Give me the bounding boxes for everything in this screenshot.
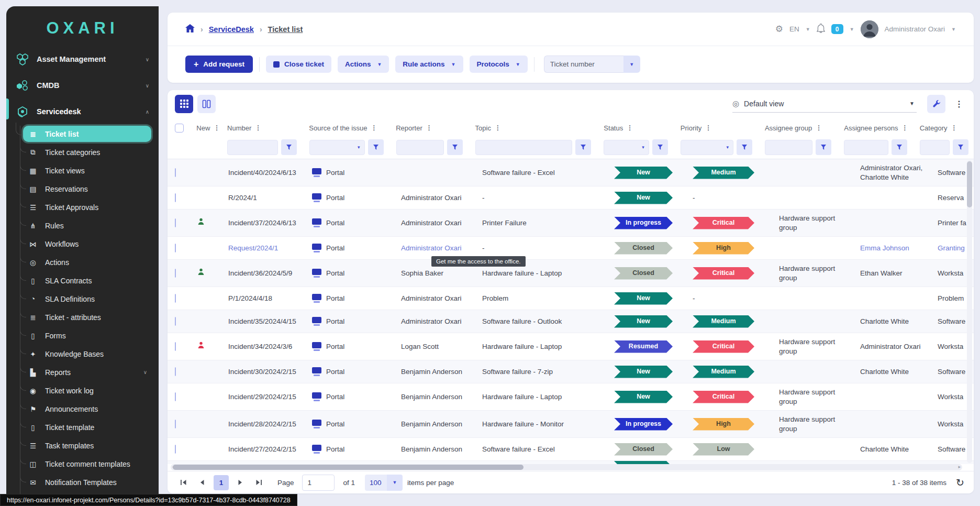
- filter-input[interactable]: [765, 140, 812, 155]
- previous-page-button[interactable]: [195, 476, 209, 489]
- filter-funnel-button[interactable]: [368, 139, 384, 155]
- filter-select[interactable]: [309, 140, 365, 155]
- column-header-label[interactable]: Assignee group: [765, 124, 812, 132]
- add-request-button[interactable]: + Add request: [185, 56, 253, 73]
- column-menu-kebab[interactable]: ⋮: [902, 124, 908, 131]
- row-checkbox[interactable]: [175, 445, 176, 454]
- sidebar-item-ticket-approvals[interactable]: ☰Ticket Approvals: [27, 198, 159, 216]
- ticket-reporter-cell[interactable]: Administrator Oxari: [394, 244, 475, 253]
- filter-select[interactable]: [681, 140, 733, 155]
- filter-funnel-button[interactable]: [575, 139, 591, 155]
- row-checkbox[interactable]: [175, 294, 176, 303]
- ticket-number-dropdown-button[interactable]: ▼: [623, 56, 640, 73]
- filter-select[interactable]: [604, 140, 649, 155]
- chevron-down-icon[interactable]: ▼: [951, 27, 956, 32]
- items-per-page-value[interactable]: 100: [365, 475, 387, 491]
- column-header-label[interactable]: Assignee persons: [844, 124, 898, 132]
- notification-count-badge[interactable]: 0: [831, 24, 843, 34]
- column-menu-kebab[interactable]: ⋮: [371, 124, 377, 131]
- ticket-number-cell[interactable]: Incident/40/2024/6/13: [221, 168, 305, 178]
- table-row[interactable]: Incident/27/2024/2/15PortalBenjamin Ande…: [168, 438, 974, 461]
- row-checkbox[interactable]: [175, 420, 176, 428]
- sidebar-item-actions[interactable]: ◎Actions: [27, 253, 159, 271]
- sidebar-section-servicedesk[interactable]: Servicedesk∧: [6, 98, 159, 125]
- column-header-label[interactable]: Status: [604, 124, 623, 132]
- sidebar-item-sla-contracts[interactable]: ▯SLA Contracts: [27, 271, 159, 290]
- language-selector[interactable]: EN: [789, 25, 799, 33]
- table-row[interactable]: Incident/28/2024/2/15PortalBenjamin Ande…: [168, 411, 974, 438]
- table-row[interactable]: Request/2024/1PortalAdministrator Oxari-…: [168, 237, 974, 260]
- filter-input[interactable]: [227, 140, 277, 155]
- table-row[interactable]: Incident/37/2024/6/13PortalAdministrator…: [168, 210, 974, 237]
- actions-dropdown-button[interactable]: Actions ▼: [338, 56, 389, 73]
- column-menu-kebab[interactable]: ⋮: [816, 124, 822, 131]
- current-page-button[interactable]: 1: [214, 475, 229, 490]
- bell-icon[interactable]: [817, 24, 825, 35]
- ticket-number-cell[interactable]: Incident/34/2024/3/6: [221, 342, 305, 351]
- filter-input[interactable]: [475, 140, 573, 155]
- column-menu-kebab[interactable]: ⋮: [255, 124, 261, 131]
- rule-actions-dropdown-button[interactable]: Rule actions ▼: [395, 56, 463, 73]
- view-settings-button[interactable]: [927, 95, 945, 113]
- home-icon[interactable]: [185, 24, 195, 35]
- filter-funnel-button[interactable]: [281, 139, 297, 155]
- settings-gear-icon[interactable]: ⚙: [775, 24, 783, 35]
- column-header-label[interactable]: Number: [227, 124, 251, 132]
- grid-menu-kebab[interactable]: ⋮: [952, 99, 966, 109]
- table-row[interactable]: Incident/30/2024/2/15PortalBenjamin Ande…: [168, 360, 974, 383]
- column-header-label[interactable]: Category: [920, 124, 948, 132]
- protocols-dropdown-button[interactable]: Protocols ▼: [470, 56, 528, 73]
- filter-funnel-button[interactable]: [816, 139, 831, 155]
- chevron-down-icon[interactable]: ▼: [850, 27, 854, 32]
- table-row[interactable]: Incident/35/2024/4/15PortalAdministrator…: [168, 310, 974, 333]
- column-header-label[interactable]: Reporter: [396, 124, 422, 132]
- user-name[interactable]: Administrator Oxari: [885, 25, 945, 33]
- filter-funnel-button[interactable]: [892, 139, 907, 155]
- filter-funnel-button[interactable]: [447, 139, 463, 155]
- table-row[interactable]: Incident/40/2024/6/13PortalSoftware fail…: [168, 159, 974, 186]
- select-all-checkbox[interactable]: [175, 124, 184, 133]
- sidebar-item-task-templates[interactable]: ☰Task templates: [27, 436, 159, 455]
- sidebar-item-reservations[interactable]: ▤Reservations: [27, 180, 159, 198]
- column-header-label[interactable]: Topic: [475, 124, 491, 132]
- breadcrumb-servicedesk[interactable]: ServiceDesk: [209, 25, 254, 34]
- grid-view-button[interactable]: [175, 95, 193, 113]
- first-page-button[interactable]: [177, 476, 191, 489]
- sidebar-item-ticket-attributes[interactable]: ≣Ticket - attributes: [27, 308, 159, 326]
- column-view-button[interactable]: [197, 95, 216, 113]
- filter-input[interactable]: [396, 140, 444, 155]
- filter-input[interactable]: [844, 140, 888, 155]
- sidebar-section-asset-management[interactable]: Asset Management∨: [6, 46, 159, 72]
- close-ticket-button[interactable]: Close ticket: [266, 56, 331, 73]
- sidebar-item-ticket-work-log[interactable]: ◉Ticket work log: [27, 381, 159, 400]
- table-row[interactable]: Incident/36/2024/5/9PortalSophia BakerHa…: [168, 260, 974, 287]
- column-menu-kebab[interactable]: ⋮: [705, 124, 711, 131]
- view-select[interactable]: ◎ Default view ▼: [732, 95, 917, 113]
- column-header-label[interactable]: Source of the issue: [309, 124, 367, 132]
- column-header-label[interactable]: New: [196, 124, 210, 132]
- ticket-number-cell[interactable]: Incident/37/2024/6/13: [221, 218, 305, 228]
- row-checkbox[interactable]: [175, 168, 176, 177]
- sidebar-item-workflows[interactable]: ⋈Workflows: [27, 235, 159, 253]
- assignee-persons-cell[interactable]: Emma Johnson: [853, 244, 930, 253]
- row-checkbox[interactable]: [175, 342, 176, 351]
- breadcrumb-ticket-list[interactable]: Ticket list: [268, 25, 303, 34]
- ticket-number-cell[interactable]: Incident/36/2024/5/9: [221, 269, 305, 278]
- sidebar-item-ticket-list[interactable]: ≣Ticket list: [23, 126, 151, 142]
- ticket-number-cell[interactable]: Request/2024/1: [221, 244, 305, 253]
- column-header-label[interactable]: Priority: [681, 124, 701, 132]
- sidebar-item-ticket-views[interactable]: ▦Ticket views: [27, 161, 159, 180]
- horizontal-scroll-thumb[interactable]: [173, 465, 524, 470]
- horizontal-scrollbar[interactable]: ◂ ▸: [171, 464, 962, 470]
- filter-funnel-button[interactable]: [737, 139, 752, 155]
- ticket-number-cell[interactable]: R/2024/1: [221, 193, 305, 203]
- column-menu-kebab[interactable]: ⋮: [951, 124, 957, 131]
- ticket-number-cell[interactable]: Incident/30/2024/2/15: [221, 367, 305, 377]
- items-per-page-dropdown-button[interactable]: ▼: [387, 475, 403, 491]
- table-row[interactable]: R/2024/1PortalAdministrator Oxari-New-Re…: [168, 186, 974, 210]
- avatar[interactable]: [861, 20, 878, 38]
- sidebar-item-sla-definitions[interactable]: ◔SLA Definitions: [27, 290, 159, 308]
- sidebar-section-cmdb[interactable]: CMDB∨: [6, 72, 159, 98]
- column-menu-kebab[interactable]: ⋮: [627, 124, 633, 131]
- row-checkbox[interactable]: [175, 269, 176, 278]
